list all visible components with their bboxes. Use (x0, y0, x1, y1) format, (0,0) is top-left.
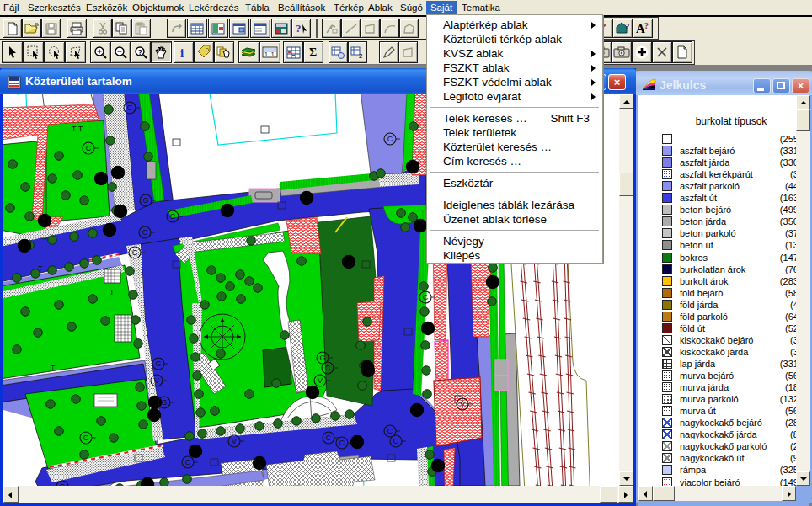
svg-text:G: G (131, 248, 137, 257)
svg-text:C: C (170, 212, 176, 221)
svg-text:C: C (423, 293, 429, 301)
svg-text:C: C (83, 434, 89, 442)
svg-text:C: C (127, 104, 133, 112)
svg-text:C: C (393, 437, 399, 445)
svg-text:C: C (339, 439, 345, 447)
svg-text:C: C (325, 364, 331, 372)
svg-text:i: i (180, 46, 184, 59)
svg-text:T: T (51, 364, 56, 372)
svg-text:C: C (326, 434, 332, 442)
svg-text:Σ: Σ (309, 46, 317, 59)
svg-text:V: V (232, 437, 237, 445)
svg-text:G: G (142, 196, 148, 205)
svg-text:C: C (185, 458, 191, 466)
svg-text:T: T (110, 288, 115, 296)
svg-text:G: G (319, 354, 325, 362)
svg-text:?: ? (296, 22, 302, 35)
svg-text:T: T (38, 264, 43, 273)
svg-text:C: C (86, 144, 92, 152)
svg-text:G: G (161, 398, 167, 407)
svg-text:1..1: 1..1 (264, 51, 275, 57)
svg-text:V: V (154, 376, 159, 385)
svg-text:T T: T T (72, 125, 83, 133)
svg-text:C: C (387, 135, 393, 143)
svg-text:?: ? (644, 22, 649, 30)
svg-text:C: C (142, 228, 148, 237)
svg-text:G: G (155, 360, 161, 368)
svg-text:V: V (318, 376, 323, 385)
svg-text:?: ? (625, 22, 630, 31)
svg-text:?: ? (137, 47, 142, 56)
svg-text:C: C (387, 427, 393, 435)
svg-text:2: 2 (359, 52, 363, 59)
